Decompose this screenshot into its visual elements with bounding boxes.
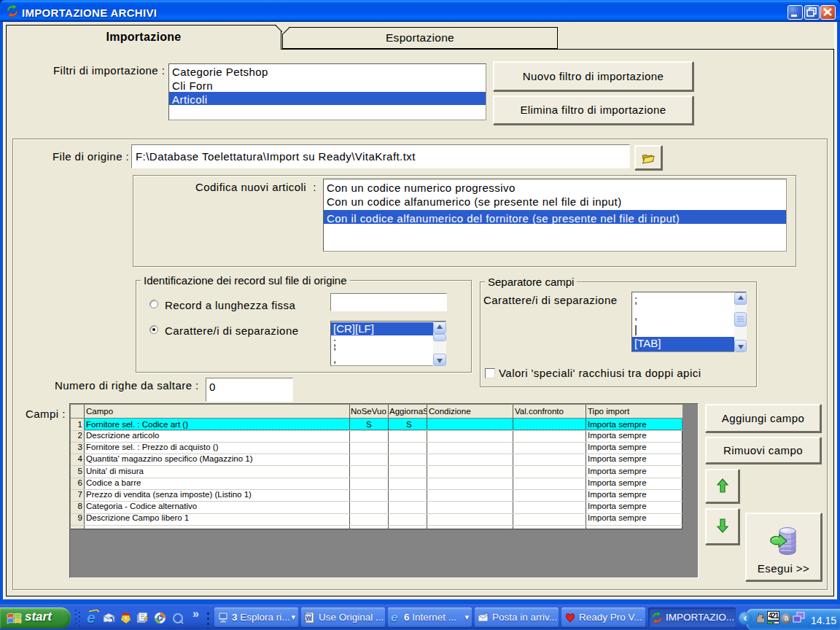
svg-text:W: W: [306, 614, 312, 621]
